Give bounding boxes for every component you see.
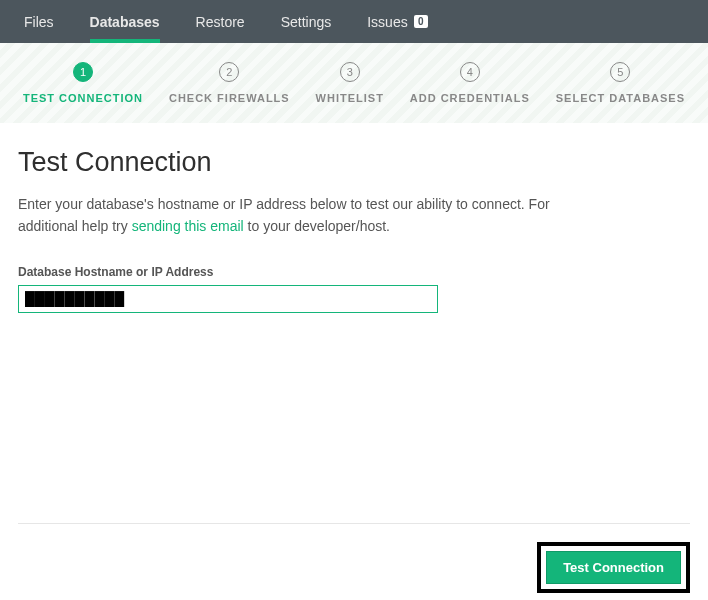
test-connection-button[interactable]: Test Connection bbox=[546, 551, 681, 584]
nav-settings[interactable]: Settings bbox=[263, 0, 350, 43]
hostname-label: Database Hostname or IP Address bbox=[18, 265, 690, 279]
nav-issues[interactable]: Issues 0 bbox=[349, 0, 445, 43]
page-description: Enter your database's hostname or IP add… bbox=[18, 194, 558, 237]
step-label: CHECK FIREWALLS bbox=[169, 92, 290, 104]
nav-files[interactable]: Files bbox=[6, 0, 72, 43]
step-number-icon: 1 bbox=[73, 62, 93, 82]
step-label: WHITELIST bbox=[316, 92, 384, 104]
highlight-box: Test Connection bbox=[537, 542, 690, 593]
main-content: Test Connection Enter your database's ho… bbox=[0, 123, 708, 313]
footer: Test Connection bbox=[18, 523, 690, 593]
step-number-icon: 5 bbox=[610, 62, 630, 82]
step-label: TEST CONNECTION bbox=[23, 92, 143, 104]
top-nav: Files Databases Restore Settings Issues … bbox=[0, 0, 708, 43]
page-title: Test Connection bbox=[18, 147, 690, 178]
nav-databases[interactable]: Databases bbox=[72, 0, 178, 43]
step-label: ADD CREDENTIALS bbox=[410, 92, 530, 104]
step-number-icon: 2 bbox=[219, 62, 239, 82]
step-test-connection[interactable]: 1 TEST CONNECTION bbox=[23, 62, 143, 104]
hostname-input[interactable] bbox=[18, 285, 438, 313]
send-email-link[interactable]: sending this email bbox=[132, 218, 244, 234]
step-label: SELECT DATABASES bbox=[556, 92, 685, 104]
step-number-icon: 3 bbox=[340, 62, 360, 82]
divider bbox=[18, 523, 690, 524]
footer-actions: Test Connection bbox=[18, 542, 690, 593]
wizard-steps: 1 TEST CONNECTION 2 CHECK FIREWALLS 3 WH… bbox=[0, 43, 708, 123]
step-select-databases[interactable]: 5 SELECT DATABASES bbox=[556, 62, 685, 104]
step-add-credentials[interactable]: 4 ADD CREDENTIALS bbox=[410, 62, 530, 104]
nav-restore[interactable]: Restore bbox=[178, 0, 263, 43]
step-whitelist[interactable]: 3 WHITELIST bbox=[316, 62, 384, 104]
step-check-firewalls[interactable]: 2 CHECK FIREWALLS bbox=[169, 62, 290, 104]
step-number-icon: 4 bbox=[460, 62, 480, 82]
issues-badge: 0 bbox=[414, 15, 428, 28]
